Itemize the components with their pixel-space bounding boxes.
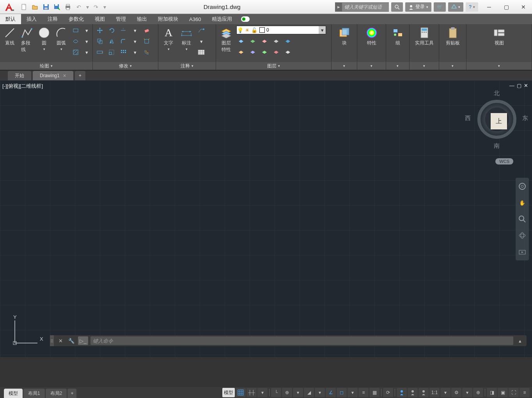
tab-insert[interactable]: 插入 — [21, 14, 42, 24]
clip-button[interactable]: 剪贴板 — [444, 26, 461, 47]
status-isolate-icon[interactable]: ▣ — [498, 388, 508, 397]
move-icon[interactable] — [95, 26, 105, 35]
status-annoauto-icon[interactable] — [419, 388, 429, 397]
search-go[interactable] — [391, 2, 403, 12]
polyline-button[interactable]: 多段线 — [20, 26, 34, 54]
ellipse-dd[interactable]: ▾ — [82, 37, 91, 46]
viewcube-north[interactable]: 北 — [494, 90, 500, 97]
saveas-icon[interactable] — [52, 2, 62, 12]
vp-minimize-icon[interactable]: — — [509, 83, 514, 88]
tab-manage[interactable]: 管理 — [110, 14, 131, 24]
trim-icon[interactable] — [119, 26, 128, 35]
tab-addin[interactable]: 附加模块 — [153, 14, 184, 24]
tab-add[interactable]: + — [75, 71, 85, 80]
panel-util-title[interactable]: ▾ — [410, 62, 439, 70]
explode-icon[interactable] — [142, 37, 151, 46]
search-expand-icon[interactable]: ▸ — [335, 4, 342, 10]
status-snap-dd[interactable]: ▾ — [257, 388, 268, 397]
tab-drawing1[interactable]: Drawing1✕ — [33, 71, 73, 80]
arc-button[interactable]: 圆弧▾ — [54, 26, 69, 52]
layout-tab-add[interactable]: + — [67, 389, 76, 398]
rotate-icon[interactable] — [107, 26, 116, 35]
status-scale-button[interactable]: 1:1 — [429, 388, 440, 397]
status-grid-icon[interactable] — [236, 388, 246, 397]
login-button[interactable]: 登录 ▾ — [405, 2, 431, 12]
status-cycling-icon[interactable]: ⟳ — [383, 388, 393, 397]
layer-match-icon[interactable] — [236, 48, 246, 57]
layer-unlock-icon[interactable] — [283, 48, 293, 57]
nav-wheel-icon[interactable] — [518, 181, 526, 192]
status-annomonitor-icon[interactable]: ⊕ — [473, 388, 483, 397]
fillet-icon[interactable] — [119, 37, 128, 46]
nav-pan-icon[interactable]: ✋ — [519, 197, 525, 208]
print-icon[interactable] — [63, 2, 73, 12]
cmd-drag-handle[interactable] — [50, 335, 54, 346]
viewcube[interactable]: 上 北 南 东 西 — [473, 96, 520, 143]
status-customize-icon[interactable]: ≡ — [520, 388, 530, 397]
redo-dd-icon[interactable]: ▾ — [102, 2, 107, 12]
scale-icon[interactable] — [107, 48, 116, 57]
panel-modify-title[interactable]: 修改 ▾ — [93, 62, 158, 70]
line-button[interactable]: 直线 — [2, 26, 17, 47]
cmd-history-icon[interactable]: ▴ — [516, 336, 524, 345]
status-polar-dd[interactable]: ▾ — [293, 388, 303, 397]
tab-extra-icon[interactable] — [238, 14, 253, 24]
viewcube-west[interactable]: 西 — [465, 115, 471, 122]
panel-layer-title[interactable]: 图层 ▾ — [216, 62, 331, 70]
tab-output[interactable]: 输出 — [131, 14, 153, 24]
viewport-label[interactable]: [-][俯视][二维线框] — [2, 83, 43, 90]
panel-props-title[interactable]: ▾ — [357, 62, 386, 70]
hatch-icon[interactable] — [71, 48, 80, 57]
layer-thaw-icon[interactable] — [271, 48, 281, 57]
layout-tab-model[interactable]: 模型 — [4, 389, 23, 398]
status-iso-icon[interactable]: ◢ — [304, 388, 314, 397]
search-input[interactable] — [342, 3, 389, 11]
undo-icon[interactable]: ↶ — [74, 2, 84, 12]
vp-maximize-icon[interactable]: ▢ — [517, 83, 521, 88]
tab-view[interactable]: 视图 — [89, 14, 110, 24]
app-exchange-icon[interactable]: ▾ — [448, 2, 463, 12]
status-model[interactable]: 模型 — [222, 388, 235, 397]
panel-view-title[interactable]: ▾ — [466, 62, 532, 70]
open-icon[interactable] — [30, 2, 40, 12]
viewcube-top-face[interactable]: 上 — [491, 113, 507, 129]
nav-orbit-icon[interactable] — [518, 230, 526, 241]
array-dd[interactable]: ▾ — [130, 48, 140, 57]
help-icon[interactable]: ? ▾ — [466, 2, 478, 12]
circle-button[interactable]: 圆▾ — [37, 26, 51, 52]
layer-on-icon[interactable] — [260, 48, 269, 57]
layout-tab-1[interactable]: 布局1 — [23, 389, 45, 398]
nav-zoom-icon[interactable] — [518, 214, 526, 225]
layer-lock-icon[interactable] — [271, 37, 281, 46]
status-workspace-dd[interactable]: ▾ — [462, 388, 472, 397]
ellipse-icon[interactable] — [71, 37, 80, 46]
viewcube-south[interactable]: 南 — [494, 142, 500, 150]
trim-dd[interactable]: ▾ — [130, 26, 140, 35]
status-scale-dd[interactable]: ▾ — [440, 388, 450, 397]
tab-parametric[interactable]: 参数化 — [63, 14, 89, 24]
status-annoscale-icon[interactable] — [397, 388, 407, 397]
layer-properties-button[interactable]: 图层 特性 — [218, 26, 234, 54]
group-button[interactable]: 组 — [390, 26, 406, 47]
hatch-dd[interactable]: ▾ — [82, 48, 91, 57]
exchange-icon[interactable]: 🛒 — [434, 2, 446, 12]
properties-button[interactable]: 特性 — [364, 26, 379, 47]
status-polar-icon[interactable]: ⊕ — [282, 388, 292, 397]
tab-annotate[interactable]: 注释 — [42, 14, 63, 24]
array-icon[interactable] — [119, 48, 128, 57]
util-button[interactable]: 实用工具 — [413, 26, 435, 47]
save-icon[interactable] — [41, 2, 51, 12]
panel-group-title[interactable]: ▾ — [386, 62, 409, 70]
status-ortho-icon[interactable]: └ — [271, 388, 281, 397]
erase-icon[interactable] — [142, 26, 151, 35]
command-input[interactable] — [90, 336, 513, 345]
status-iso-dd[interactable]: ▾ — [315, 388, 325, 397]
app-menu-button[interactable] — [2, 0, 16, 14]
mirror-icon[interactable] — [107, 37, 116, 46]
cmd-customize-icon[interactable]: 🔧 — [67, 336, 76, 345]
layer-make-icon[interactable] — [283, 37, 293, 46]
status-cleanscreen-icon[interactable]: ⛶ — [509, 388, 519, 397]
copy-icon[interactable] — [95, 37, 105, 46]
ucs-icon[interactable]: YX — [8, 314, 47, 349]
new-icon[interactable] — [19, 2, 29, 12]
